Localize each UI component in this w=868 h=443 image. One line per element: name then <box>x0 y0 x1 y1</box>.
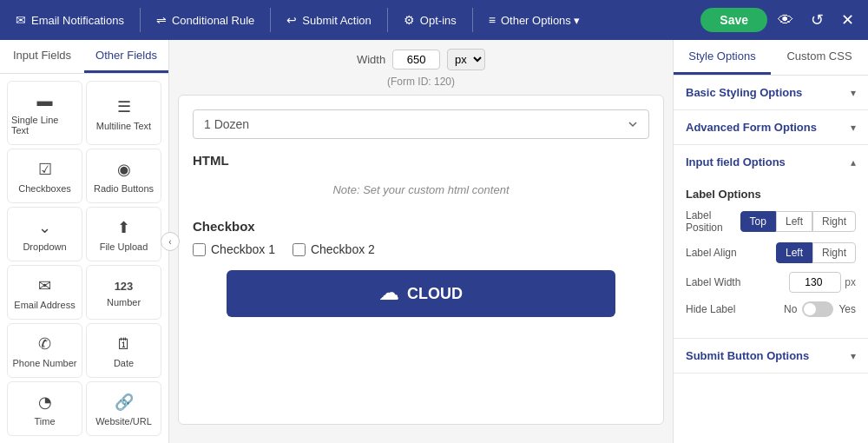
label-align-group: Left Right <box>776 242 856 263</box>
close-button[interactable]: ✕ <box>834 7 861 33</box>
hide-label-toggle[interactable] <box>802 301 833 317</box>
accordion-input-field-header[interactable]: Input field Options ▴ <box>674 145 868 179</box>
collapse-panel-button[interactable]: ‹ <box>161 232 180 251</box>
submit-icon: ↩ <box>286 13 297 27</box>
center-canvas: Width px % (Form ID: 120) 1 Dozen HTML N… <box>169 40 673 443</box>
html-block-title: HTML <box>193 153 649 168</box>
field-dropdown[interactable]: ⌄ Dropdown <box>7 207 82 261</box>
field-website-url[interactable]: 🔗 Website/URL <box>86 381 161 436</box>
left-panel: Input Fields Other Fields ▬ Single Line … <box>0 40 169 443</box>
html-block: HTML Note: Set your custom html content <box>193 153 649 205</box>
file-upload-icon: ⬆ <box>117 218 130 237</box>
label-position-right[interactable]: Right <box>812 211 856 232</box>
accordion-submit-button-header[interactable]: Submit Button Options ▾ <box>674 339 868 373</box>
single-line-icon: ▬ <box>37 92 53 110</box>
field-email-address[interactable]: ✉ Email Address <box>7 265 82 320</box>
field-multiline-text[interactable]: ☰ Multiline Text <box>86 81 161 145</box>
label-align-left[interactable]: Left <box>776 242 812 263</box>
nav-opt-ins[interactable]: ⚙ Opt-ins <box>395 8 465 32</box>
accordion-advanced-form-header[interactable]: Advanced Form Options ▾ <box>674 110 868 144</box>
label-width-row: Label Width px <box>686 272 856 293</box>
basic-styling-chevron: ▾ <box>851 87 856 99</box>
hide-label-toggle-wrap: No Yes <box>784 301 856 317</box>
input-field-chevron: ▴ <box>851 156 856 169</box>
website-icon: 🔗 <box>115 393 134 412</box>
label-position-left[interactable]: Left <box>776 211 812 232</box>
tab-custom-css[interactable]: Custom CSS <box>771 40 868 75</box>
checkbox-option-1[interactable]: Checkbox 1 <box>193 242 275 256</box>
accordion-submit-button: Submit Button Options ▾ <box>674 339 868 374</box>
label-position-top[interactable]: Top <box>740 211 776 232</box>
field-time[interactable]: ◔ Time <box>7 381 82 436</box>
canvas-unit-select[interactable]: px % <box>447 49 485 70</box>
label-options-title: Label Options <box>686 188 856 201</box>
nav-separator-4 <box>472 8 473 32</box>
dropdown-select[interactable]: 1 Dozen <box>193 109 649 139</box>
time-icon: ◔ <box>38 393 52 412</box>
checkbox-option-2[interactable]: Checkbox 2 <box>293 242 375 256</box>
field-single-line-text[interactable]: ▬ Single Line Text <box>7 81 82 145</box>
conditional-icon: ⇌ <box>156 13 167 27</box>
accordion-basic-styling-header[interactable]: Basic Styling Options ▾ <box>674 76 868 109</box>
nav-separator-3 <box>387 8 388 32</box>
dropdown-field: 1 Dozen <box>193 109 649 139</box>
right-panel: Style Options Custom CSS Basic Styling O… <box>673 40 868 443</box>
opt-ins-icon: ⚙ <box>404 13 415 27</box>
submit-button-chevron: ▾ <box>851 350 856 362</box>
field-date[interactable]: 🗓 Date <box>86 323 161 378</box>
preview-button[interactable]: 👁 <box>771 8 800 33</box>
form-id-text: (Form ID: 120) <box>178 76 664 88</box>
submit-button-preview: ☁ CLOUD <box>193 270 649 317</box>
label-align-row: Label Align Left Right <box>686 242 856 263</box>
canvas-header: Width px % <box>178 49 664 70</box>
canvas-width-input[interactable] <box>392 50 440 69</box>
left-tab-row: Input Fields Other Fields <box>0 40 168 74</box>
tab-other-fields[interactable]: Other Fields <box>84 40 168 73</box>
nav-separator-1 <box>140 8 141 32</box>
nav-submit-action[interactable]: ↩ Submit Action <box>278 8 380 32</box>
checkbox-field-title: Checkbox <box>193 219 649 234</box>
field-number[interactable]: 123 Number <box>86 265 161 320</box>
tab-input-fields[interactable]: Input Fields <box>0 40 84 73</box>
nav-other-options[interactable]: ≡ Other Options ▾ <box>480 8 589 32</box>
save-button[interactable]: Save <box>700 8 767 32</box>
checkbox-field: Checkbox Checkbox 1 Checkbox 2 <box>193 219 649 256</box>
left-panel-wrapper: Input Fields Other Fields ▬ Single Line … <box>0 40 169 443</box>
field-radio-buttons[interactable]: ◉ Radio Buttons <box>86 149 161 203</box>
field-checkboxes[interactable]: ☑ Checkboxes <box>7 149 82 203</box>
other-options-icon: ≡ <box>489 13 496 27</box>
html-note: Note: Set your custom html content <box>193 175 649 205</box>
input-field-body: Label Options Label Position Top Left Ri… <box>674 179 868 338</box>
label-position-row: Label Position Top Left Right <box>686 209 856 234</box>
email-icon: ✉ <box>16 13 26 27</box>
checkboxes-icon: ☑ <box>38 160 52 179</box>
tab-style-options[interactable]: Style Options <box>674 40 771 75</box>
submit-button[interactable]: ☁ CLOUD <box>227 270 615 317</box>
email-field-icon: ✉ <box>38 276 51 295</box>
checkbox-2-input[interactable] <box>293 243 306 256</box>
number-icon: 123 <box>115 280 134 293</box>
field-file-upload[interactable]: ⬆ File Upload <box>86 207 161 261</box>
right-tab-row: Style Options Custom CSS <box>674 40 868 76</box>
label-width-input[interactable] <box>789 272 841 293</box>
nav-email-notifications[interactable]: ✉ Email Notifications <box>7 8 133 32</box>
nav-separator-2 <box>270 8 271 32</box>
phone-icon: ✆ <box>38 334 51 354</box>
checkbox-1-input[interactable] <box>193 243 206 256</box>
date-icon: 🗓 <box>116 335 132 354</box>
checkbox-options: Checkbox 1 Checkbox 2 <box>193 242 649 256</box>
multiline-icon: ☰ <box>117 97 131 116</box>
undo-button[interactable]: ↺ <box>804 7 831 33</box>
advanced-form-chevron: ▾ <box>851 122 856 134</box>
cloud-icon: ☁ <box>379 282 398 305</box>
radio-icon: ◉ <box>117 160 131 179</box>
field-phone-number[interactable]: ✆ Phone Number <box>7 323 82 378</box>
accordion-advanced-form: Advanced Form Options ▾ <box>674 110 868 145</box>
top-nav: ✉ Email Notifications ⇌ Conditional Rule… <box>0 0 868 40</box>
main-layout: Input Fields Other Fields ▬ Single Line … <box>0 40 868 443</box>
label-position-group: Top Left Right <box>740 211 856 232</box>
nav-conditional-rule[interactable]: ⇌ Conditional Rule <box>148 8 263 32</box>
hide-label-row: Hide Label No Yes <box>686 301 856 317</box>
label-align-right[interactable]: Right <box>812 242 856 263</box>
fields-grid: ▬ Single Line Text ☰ Multiline Text ☑ Ch… <box>0 74 168 443</box>
